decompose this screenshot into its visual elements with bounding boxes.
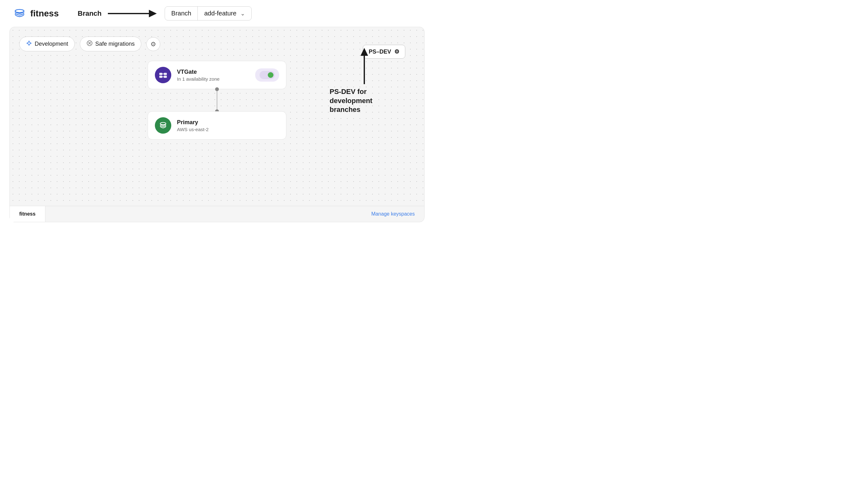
safe-migrations-tab[interactable]: Safe migrations: [80, 37, 141, 51]
svg-marker-20: [360, 48, 368, 56]
branch-selector-label: Branch: [165, 6, 198, 20]
gear-icon: ⚙: [151, 40, 156, 48]
right-arrow-icon: [108, 6, 158, 21]
vtgate-info: VTGate In 1 availability zone: [177, 69, 250, 82]
svg-rect-14: [159, 76, 163, 78]
vtgate-subtitle: In 1 availability zone: [177, 76, 250, 82]
connector-line: [217, 89, 217, 111]
primary-icon-circle: [155, 117, 171, 134]
svg-rect-12: [159, 73, 163, 75]
primary-card: Primary AWS us-east-2: [148, 111, 286, 140]
annotation-text: PS-DEV for development branches: [330, 87, 399, 115]
settings-gear-button[interactable]: ⚙: [146, 37, 160, 51]
ps-dev-annotation: PS-DEV for development branches: [330, 46, 399, 115]
branch-selector[interactable]: Branch add-feature ⌄: [165, 6, 252, 21]
x-circle-icon: [86, 40, 93, 48]
development-tab[interactable]: Development: [19, 37, 75, 51]
svg-marker-3: [149, 10, 157, 17]
connector-dot-top: [215, 87, 219, 91]
svg-point-4: [28, 42, 30, 44]
vtgate-card: VTGate In 1 availability zone: [148, 61, 286, 89]
arrow-annotation: [108, 6, 158, 21]
up-arrow-icon: [355, 46, 374, 87]
branch-value-text: add-feature: [204, 10, 236, 17]
logo-icon: [13, 6, 26, 21]
footer-tab[interactable]: fitness: [10, 206, 46, 222]
branch-heading-label: Branch: [78, 10, 102, 18]
primary-title: Primary: [177, 119, 279, 126]
svg-rect-15: [164, 76, 167, 78]
manage-keyspaces-link[interactable]: Manage keyspaces: [362, 206, 424, 222]
vtgate-toggle[interactable]: [259, 71, 275, 79]
svg-rect-13: [164, 73, 167, 75]
vtgate-toggle-area: [255, 68, 279, 82]
vtgate-icon-circle: [155, 67, 171, 83]
content-overlay: Development Safe migrations ⚙ PS: [19, 37, 415, 140]
header: fitness Branch Branch add-feature ⌄: [0, 0, 434, 27]
chevron-down-icon: ⌄: [240, 10, 245, 17]
development-icon: [26, 40, 32, 48]
svg-point-18: [160, 122, 166, 125]
main-panel: Development Safe migrations ⚙ PS: [10, 27, 424, 222]
safe-migrations-label: Safe migrations: [95, 41, 135, 47]
branch-value-dropdown[interactable]: add-feature ⌄: [198, 6, 251, 20]
development-tab-label: Development: [35, 41, 68, 47]
primary-subtitle: AWS us-east-2: [177, 127, 279, 132]
app-title: fitness: [30, 9, 59, 18]
logo-area: fitness: [13, 6, 59, 21]
footer: fitness Manage keyspaces: [10, 206, 424, 222]
primary-info: Primary AWS us-east-2: [177, 119, 279, 132]
vtgate-title: VTGate: [177, 69, 250, 75]
